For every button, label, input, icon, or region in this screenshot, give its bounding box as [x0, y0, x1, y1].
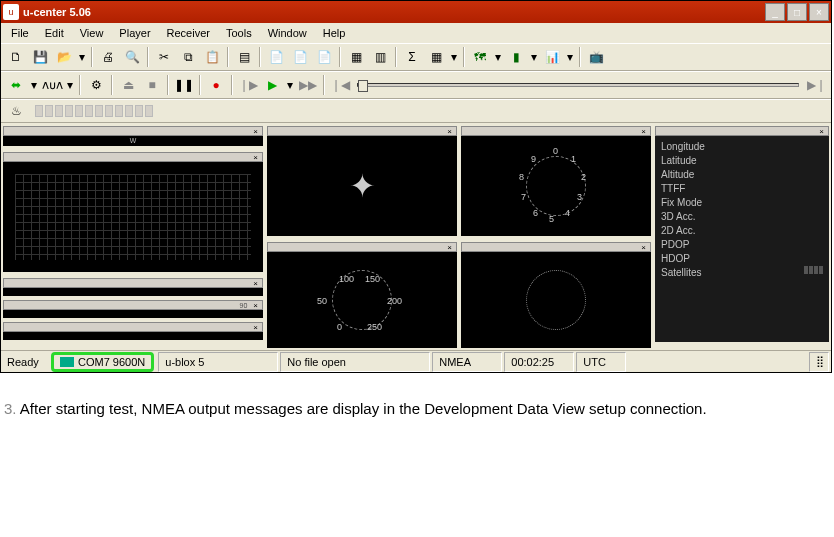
- dropdown-icon[interactable]: ▾: [77, 46, 87, 68]
- statusbar: Ready COM7 9600N u-blox 5 No file open N…: [1, 350, 831, 372]
- docking-window1-icon[interactable]: ▦: [345, 46, 367, 68]
- histogram-view-icon[interactable]: 📊: [541, 46, 563, 68]
- toolbar-extra: ♨: [1, 99, 831, 123]
- menu-tools[interactable]: Tools: [220, 25, 258, 41]
- panel-close-icon[interactable]: ×: [251, 127, 260, 136]
- dropdown6-icon[interactable]: ▾: [29, 74, 39, 96]
- dropdown4-icon[interactable]: ▾: [529, 46, 539, 68]
- satellite-sky-panel: [3, 162, 263, 272]
- toolbar-main: 🗋 💾 📂 ▾ 🖨 🔍 ✂ ⧉ 📋 ▤ 📄 📄 📄 ▦ ▥ Σ ▦ ▾ 🗺 ▾ …: [1, 43, 831, 71]
- binary-console-icon[interactable]: 📄: [289, 46, 311, 68]
- menu-help[interactable]: Help: [317, 25, 352, 41]
- info-label: Fix Mode: [661, 196, 702, 210]
- panel-close-icon[interactable]: ×: [445, 243, 454, 252]
- panel-header: ×: [3, 322, 263, 332]
- panel-close-icon[interactable]: ×: [639, 127, 648, 136]
- copy-icon[interactable]: ⧉: [177, 46, 199, 68]
- panel-close-icon[interactable]: ×: [251, 301, 260, 310]
- menu-receiver[interactable]: Receiver: [161, 25, 216, 41]
- info-row: PDOP: [661, 238, 823, 252]
- led-indicator: [115, 105, 123, 117]
- table-view-icon[interactable]: ▦: [425, 46, 447, 68]
- open-icon[interactable]: 📂: [53, 46, 75, 68]
- info-row: Altitude: [661, 168, 823, 182]
- play-icon[interactable]: ▶: [261, 74, 283, 96]
- save-icon[interactable]: 💾: [29, 46, 51, 68]
- panel-header: ×: [267, 242, 457, 252]
- panel-close-icon[interactable]: ×: [445, 127, 454, 136]
- signal-bar-panel: [3, 310, 263, 318]
- tick-label: 150: [365, 274, 380, 284]
- chart-view-icon[interactable]: ▮: [505, 46, 527, 68]
- text-console-icon[interactable]: ▤: [233, 46, 255, 68]
- skip-start-icon[interactable]: ❘◀: [329, 74, 351, 96]
- camera-view-icon[interactable]: 📺: [585, 46, 607, 68]
- dropdown3-icon[interactable]: ▾: [493, 46, 503, 68]
- progress-slider[interactable]: [357, 83, 799, 87]
- cut-icon[interactable]: ✂: [153, 46, 175, 68]
- stop-icon[interactable]: ■: [141, 74, 163, 96]
- panel-header: ×: [655, 126, 829, 136]
- statistic-view-icon[interactable]: Σ: [401, 46, 423, 68]
- info-row: 3D Acc.: [661, 210, 823, 224]
- pause-icon[interactable]: ❚❚: [173, 74, 195, 96]
- connect-icon[interactable]: ⬌: [5, 74, 27, 96]
- panel-label: 90: [240, 302, 248, 309]
- panel-header: ×: [3, 152, 263, 162]
- menu-file[interactable]: File: [5, 25, 35, 41]
- step-icon[interactable]: ❘▶: [237, 74, 259, 96]
- info-label: TTFF: [661, 182, 685, 196]
- resize-grip-icon[interactable]: ⣿: [809, 352, 829, 372]
- menu-window[interactable]: Window: [262, 25, 313, 41]
- tick-label: 0: [337, 322, 342, 332]
- close-button[interactable]: ×: [809, 3, 829, 21]
- panel-close-icon[interactable]: ×: [251, 323, 260, 332]
- panel-close-icon[interactable]: ×: [251, 279, 260, 288]
- panel-close-icon[interactable]: ×: [817, 127, 826, 136]
- info-label: Satellites: [661, 266, 702, 280]
- panel-close-icon[interactable]: ×: [639, 243, 648, 252]
- panel-header: 90×: [3, 300, 263, 310]
- slider-thumb-icon[interactable]: [358, 80, 368, 92]
- hotstart-icon[interactable]: ♨: [5, 100, 27, 122]
- titlebar: u u-center 5.06 _ □ ×: [1, 1, 831, 23]
- led-indicator: [135, 105, 143, 117]
- menu-player[interactable]: Player: [113, 25, 156, 41]
- map-view-icon[interactable]: 🗺: [469, 46, 491, 68]
- dropdown7-icon[interactable]: ▾: [65, 74, 75, 96]
- signal-bar-panel: [3, 332, 263, 340]
- menu-edit[interactable]: Edit: [39, 25, 70, 41]
- poll-icon[interactable]: ⚙: [85, 74, 107, 96]
- minimize-button[interactable]: _: [765, 3, 785, 21]
- panel-close-icon[interactable]: ×: [251, 153, 260, 162]
- paste-icon[interactable]: 📋: [201, 46, 223, 68]
- tick-label: 1: [571, 154, 576, 164]
- messages-view-icon[interactable]: 📄: [313, 46, 335, 68]
- tick-label: 200: [387, 296, 402, 306]
- info-label: 3D Acc.: [661, 210, 695, 224]
- print-icon[interactable]: 🖨: [97, 46, 119, 68]
- record-icon[interactable]: ●: [205, 74, 227, 96]
- docking-window2-icon[interactable]: ▥: [369, 46, 391, 68]
- fast-forward-icon[interactable]: ▶▶: [297, 74, 319, 96]
- new-icon[interactable]: 🗋: [5, 46, 27, 68]
- tick-label: 100: [339, 274, 354, 284]
- baudrate-icon[interactable]: ʌᴜʌ: [41, 74, 63, 96]
- maximize-button[interactable]: □: [787, 3, 807, 21]
- print-preview-icon[interactable]: 🔍: [121, 46, 143, 68]
- packet-console-icon[interactable]: 📄: [265, 46, 287, 68]
- info-label: PDOP: [661, 238, 689, 252]
- app-window: u u-center 5.06 _ □ × File Edit View Pla…: [0, 0, 832, 373]
- info-row: TTFF: [661, 182, 823, 196]
- dropdown5-icon[interactable]: ▾: [565, 46, 575, 68]
- tick-label: 3: [577, 192, 582, 202]
- info-row: Satellites: [661, 266, 823, 280]
- menu-view[interactable]: View: [74, 25, 110, 41]
- dropdown8-icon[interactable]: ▾: [285, 74, 295, 96]
- skip-end-icon[interactable]: ▶❘: [805, 74, 827, 96]
- dropdown2-icon[interactable]: ▾: [449, 46, 459, 68]
- status-ready: Ready: [1, 352, 49, 372]
- led-indicator: [95, 105, 103, 117]
- eject-icon[interactable]: ⏏: [117, 74, 139, 96]
- altimeter-panel: [461, 252, 651, 348]
